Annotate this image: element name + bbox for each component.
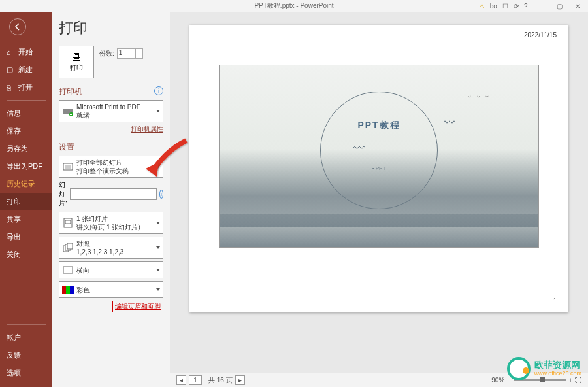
watermark-name: 欧菲资源网 bbox=[534, 360, 581, 370]
home-icon: ⌂ bbox=[7, 48, 14, 56]
printer-section-header: 打印机 i bbox=[59, 86, 163, 97]
dropdown-line1: 对照 bbox=[76, 239, 154, 248]
orientation-dropdown[interactable]: 横向 bbox=[59, 261, 163, 278]
sidebar-label: 打开 bbox=[18, 82, 33, 92]
printer-properties-link[interactable]: 打印机属性 bbox=[59, 125, 163, 134]
close-button[interactable]: ✕ bbox=[570, 3, 585, 10]
sidebar-label: 历史记录 bbox=[7, 179, 35, 189]
back-arrow-icon bbox=[13, 22, 22, 31]
chevron-down-icon bbox=[156, 288, 160, 291]
svg-point-1 bbox=[69, 112, 73, 116]
chevron-down-icon bbox=[156, 165, 160, 168]
sidebar-label: 信息 bbox=[7, 109, 21, 118]
svg-rect-5 bbox=[65, 220, 71, 224]
preview-page-number: 1 bbox=[553, 297, 557, 305]
print-scope-dropdown[interactable]: 打印全部幻灯片 打印整个演示文稿 bbox=[59, 156, 163, 178]
help-icon[interactable]: ? bbox=[524, 3, 528, 10]
sidebar-label: 打印 bbox=[7, 197, 21, 207]
printer-dropdown[interactable]: Microsoft Print to PDF 就绪 bbox=[59, 100, 163, 122]
sidebar-item-export[interactable]: 导出 bbox=[0, 228, 52, 246]
sidebar-item-open[interactable]: ⎘打开 bbox=[0, 78, 52, 96]
sidebar-item-account[interactable]: 帐户 bbox=[0, 329, 52, 346]
sidebar-item-new[interactable]: ▢新建 bbox=[0, 61, 52, 78]
sidebar-item-print[interactable]: 打印 bbox=[0, 193, 52, 210]
titlebar-filename: PPT教程.pptx - PowerPoint bbox=[254, 1, 333, 10]
page-input[interactable]: 1 bbox=[189, 375, 202, 385]
open-icon: ⎘ bbox=[7, 84, 14, 92]
warning-icon[interactable]: ⚠ bbox=[479, 3, 485, 10]
dropdown-line2: 1,2,3 1,2,3 1,2,3 bbox=[76, 248, 154, 256]
sidebar-label: 帐户 bbox=[7, 333, 21, 343]
copies-spinner[interactable]: 1 bbox=[117, 48, 143, 59]
svg-rect-8 bbox=[67, 243, 73, 249]
sidebar-item-feedback[interactable]: 反馈 bbox=[0, 346, 52, 364]
user-name[interactable]: bo bbox=[490, 3, 497, 10]
sidebar-item-exportpdf[interactable]: 导出为PDF bbox=[0, 158, 52, 175]
color-dropdown[interactable]: 彩色 bbox=[59, 281, 163, 298]
sidebar-label: 另存为 bbox=[7, 144, 28, 154]
collate-dropdown[interactable]: 对照 1,2,3 1,2,3 1,2,3 bbox=[59, 237, 163, 259]
chevron-down-icon bbox=[156, 222, 160, 224]
info-icon[interactable]: i bbox=[154, 86, 163, 95]
dropdown-line2: 打印整个演示文稿 bbox=[76, 167, 154, 175]
dropdown-line1: 1 张幻灯片 bbox=[76, 214, 154, 223]
svg-rect-9 bbox=[63, 267, 73, 273]
info-icon[interactable]: i bbox=[159, 190, 163, 199]
sidebar-item-share[interactable]: 共享 bbox=[0, 210, 52, 228]
slides-range-label: 幻灯片: bbox=[59, 180, 67, 208]
zoom-value: 90% bbox=[491, 377, 504, 384]
sidebar-item-options[interactable]: 选项 bbox=[0, 364, 52, 382]
slide-subtitle: • PPT bbox=[372, 165, 386, 171]
sidebar-label: 保存 bbox=[7, 126, 21, 136]
page-preview: 2022/11/15 ⌵ ⌵ ⌵ 〰 〰 PPT教程 • PPT 1 bbox=[189, 25, 568, 312]
total-pages: 共 16 页 bbox=[208, 376, 233, 385]
printer-status: 就绪 bbox=[76, 111, 154, 120]
preview-date: 2022/11/15 bbox=[201, 31, 557, 39]
sidebar-item-info[interactable]: 信息 bbox=[0, 105, 52, 122]
sidebar-item-close[interactable]: 关闭 bbox=[0, 246, 52, 263]
print-preview-panel: 2022/11/15 ⌵ ⌵ ⌵ 〰 〰 PPT教程 • PPT 1 bbox=[170, 12, 588, 387]
sidebar-label: 关闭 bbox=[7, 250, 21, 260]
slide-title: PPT教程 bbox=[357, 120, 400, 131]
sidebar-label: 选项 bbox=[7, 368, 21, 378]
sync-icon[interactable]: ⟳ bbox=[514, 3, 519, 10]
settings-section-header: 设置 bbox=[59, 142, 163, 153]
print-button[interactable]: 🖶 打印 bbox=[59, 46, 94, 78]
slides-all-icon bbox=[62, 161, 74, 173]
next-page-button[interactable]: ▸ bbox=[235, 375, 245, 385]
svg-rect-3 bbox=[65, 165, 71, 169]
prev-page-button[interactable]: ◂ bbox=[176, 375, 186, 385]
watermark: 欧菲资源网 www.office26.com bbox=[507, 357, 581, 380]
sidebar-label: 新建 bbox=[18, 65, 33, 75]
sidebar-item-history[interactable]: 历史记录 bbox=[0, 175, 52, 193]
dropdown-line1: 打印全部幻灯片 bbox=[76, 158, 154, 167]
copies-label: 份数: bbox=[99, 49, 114, 58]
sidebar-item-start[interactable]: ⌂开始 bbox=[0, 43, 52, 61]
dropdown-value: 横向 bbox=[76, 266, 154, 275]
sidebar-label: 导出为PDF bbox=[7, 161, 42, 171]
chevron-down-icon bbox=[156, 246, 160, 249]
printer-name: Microsoft Print to PDF bbox=[76, 103, 154, 111]
watermark-url: www.office26.com bbox=[534, 371, 581, 377]
dropdown-line2: 讲义(每页 1 张幻灯片) bbox=[76, 223, 154, 231]
sidebar-item-saveas[interactable]: 另存为 bbox=[0, 140, 52, 158]
sidebar-item-save[interactable]: 保存 bbox=[0, 122, 52, 140]
printer-icon: 🖶 bbox=[71, 52, 82, 63]
layout-dropdown[interactable]: 1 张幻灯片 讲义(每页 1 张幻灯片) bbox=[59, 212, 163, 234]
landscape-icon bbox=[62, 264, 74, 276]
handout-icon bbox=[62, 217, 74, 229]
color-icon bbox=[62, 284, 74, 295]
maximize-button[interactable]: ▢ bbox=[551, 3, 568, 10]
dropdown-value: 彩色 bbox=[76, 286, 154, 294]
minimize-button[interactable]: — bbox=[532, 3, 549, 10]
slide-thumbnail: ⌵ ⌵ ⌵ 〰 〰 PPT教程 • PPT bbox=[219, 65, 539, 248]
chevron-down-icon bbox=[156, 110, 160, 112]
back-button[interactable] bbox=[9, 18, 26, 35]
edit-header-footer-link[interactable]: 编辑页眉和页脚 bbox=[112, 301, 163, 312]
print-button-label: 打印 bbox=[70, 63, 83, 73]
collate-icon bbox=[62, 242, 74, 254]
slides-range-input[interactable] bbox=[70, 188, 157, 200]
print-settings-panel: 打印 🖶 打印 份数: 1 打印机 i bbox=[52, 12, 170, 387]
sidebar-label: 共享 bbox=[7, 214, 21, 224]
user-avatar-icon[interactable]: ☐ bbox=[502, 3, 508, 10]
